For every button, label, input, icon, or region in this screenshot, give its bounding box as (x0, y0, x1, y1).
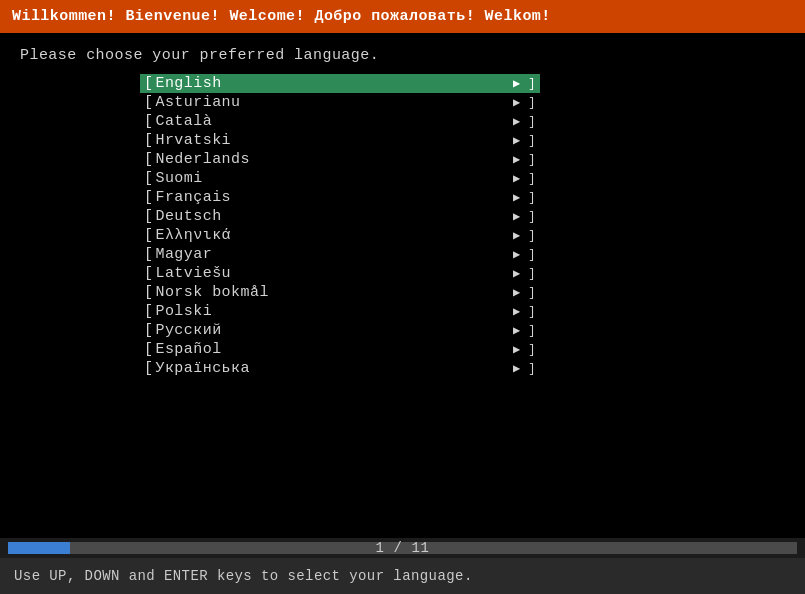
language-name: Polski (155, 303, 212, 320)
header-text: Willkommen! Bienvenue! Welcome! Добро по… (12, 8, 551, 25)
bracket-arrow: ▶ ] (513, 209, 536, 224)
language-name: Ελληνικά (155, 227, 231, 244)
language-item[interactable]: [ Asturianu▶ ] (140, 93, 540, 112)
bracket-arrow: ▶ ] (513, 95, 536, 110)
bracket-open: [ (144, 75, 153, 92)
language-name: Magyar (155, 246, 212, 263)
bottom-section: 1 / 11 Use UP, DOWN and ENTER keys to se… (0, 538, 805, 594)
language-item[interactable]: [ Français▶ ] (140, 188, 540, 207)
progress-row: 1 / 11 (0, 538, 805, 558)
language-name: Українська (155, 360, 250, 377)
language-item[interactable]: [ Català▶ ] (140, 112, 540, 131)
language-name: English (155, 75, 221, 92)
bracket-arrow: ▶ ] (513, 323, 536, 338)
bracket-open: [ (144, 208, 153, 225)
language-name: Deutsch (155, 208, 221, 225)
hint-text: Use UP, DOWN and ENTER keys to select yo… (14, 568, 473, 584)
language-name: Latviešu (155, 265, 231, 282)
language-name: Norsk bokmål (155, 284, 268, 301)
bracket-open: [ (144, 303, 153, 320)
language-item[interactable]: [ Українська▶ ] (140, 359, 540, 378)
header-bar: Willkommen! Bienvenue! Welcome! Добро по… (0, 0, 805, 33)
bracket-arrow: ▶ ] (513, 247, 536, 262)
language-name: Suomi (155, 170, 202, 187)
language-item[interactable]: [ Norsk bokmål▶ ] (140, 283, 540, 302)
bracket-arrow: ▶ ] (513, 171, 536, 186)
bracket-open: [ (144, 151, 153, 168)
bracket-arrow: ▶ ] (513, 228, 536, 243)
bracket-arrow: ▶ ] (513, 285, 536, 300)
language-item[interactable]: [ Deutsch▶ ] (140, 207, 540, 226)
bracket-arrow: ▶ ] (513, 76, 536, 91)
language-name: Asturianu (155, 94, 240, 111)
language-name: Català (155, 113, 212, 130)
language-name: Español (155, 341, 221, 358)
bracket-open: [ (144, 265, 153, 282)
bracket-arrow: ▶ ] (513, 342, 536, 357)
language-item[interactable]: [ Español▶ ] (140, 340, 540, 359)
instruction-text: Please choose your preferred language. (20, 47, 785, 64)
bracket-arrow: ▶ ] (513, 266, 536, 281)
bracket-arrow: ▶ ] (513, 361, 536, 376)
bracket-open: [ (144, 322, 153, 339)
hint-row: Use UP, DOWN and ENTER keys to select yo… (0, 558, 805, 594)
language-item[interactable]: [ Русский▶ ] (140, 321, 540, 340)
language-item[interactable]: [ Polski▶ ] (140, 302, 540, 321)
language-list: [ English▶ ][ Asturianu▶ ][ Català▶ ][ H… (140, 74, 540, 378)
bracket-open: [ (144, 189, 153, 206)
language-item[interactable]: [ Latviešu▶ ] (140, 264, 540, 283)
language-name: Nederlands (155, 151, 250, 168)
main-content: Please choose your preferred language. [… (0, 33, 805, 378)
progress-label: 1 / 11 (0, 540, 805, 556)
bracket-open: [ (144, 284, 153, 301)
bracket-open: [ (144, 132, 153, 149)
bracket-open: [ (144, 360, 153, 377)
language-item[interactable]: [ Magyar▶ ] (140, 245, 540, 264)
bracket-arrow: ▶ ] (513, 190, 536, 205)
bracket-open: [ (144, 341, 153, 358)
bracket-open: [ (144, 113, 153, 130)
language-item[interactable]: [ Suomi▶ ] (140, 169, 540, 188)
bracket-arrow: ▶ ] (513, 304, 536, 319)
bracket-arrow: ▶ ] (513, 152, 536, 167)
language-name: Hrvatski (155, 132, 231, 149)
language-item[interactable]: [ Nederlands▶ ] (140, 150, 540, 169)
language-name: Français (155, 189, 231, 206)
language-item[interactable]: [ English▶ ] (140, 74, 540, 93)
language-name: Русский (155, 322, 221, 339)
bracket-arrow: ▶ ] (513, 133, 536, 148)
bracket-arrow: ▶ ] (513, 114, 536, 129)
bracket-open: [ (144, 170, 153, 187)
bracket-open: [ (144, 94, 153, 111)
language-item[interactable]: [ Hrvatski▶ ] (140, 131, 540, 150)
bracket-open: [ (144, 246, 153, 263)
bracket-open: [ (144, 227, 153, 244)
language-item[interactable]: [ Ελληνικά▶ ] (140, 226, 540, 245)
